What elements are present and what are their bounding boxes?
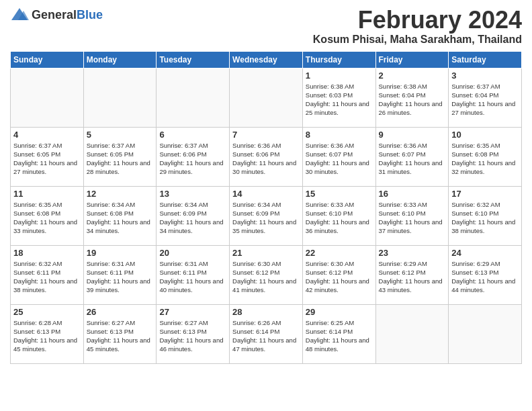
calendar-cell: 17Sunrise: 6:32 AM Sunset: 6:10 PM Dayli… — [449, 186, 522, 245]
calendar-cell: 19Sunrise: 6:31 AM Sunset: 6:11 PM Dayli… — [83, 245, 157, 304]
day-info: Sunrise: 6:37 AM Sunset: 6:06 PM Dayligh… — [159, 141, 226, 177]
calendar-cell: 1Sunrise: 6:38 AM Sunset: 6:03 PM Daylig… — [302, 68, 375, 127]
column-header-friday: Friday — [375, 51, 449, 68]
calendar-cell: 4Sunrise: 6:37 AM Sunset: 6:05 PM Daylig… — [11, 127, 84, 186]
day-info: Sunrise: 6:36 AM Sunset: 6:07 PM Dayligh… — [306, 141, 373, 177]
day-info: Sunrise: 6:34 AM Sunset: 6:08 PM Dayligh… — [87, 200, 154, 236]
page-header: GeneralBlue February 2024 Kosum Phisai, … — [10, 7, 522, 46]
logo: GeneralBlue — [10, 7, 103, 23]
day-number: 16 — [379, 189, 446, 199]
month-title: February 2024 — [313, 7, 522, 34]
day-info: Sunrise: 6:26 AM Sunset: 6:14 PM Dayligh… — [232, 318, 300, 354]
day-info: Sunrise: 6:37 AM Sunset: 6:05 PM Dayligh… — [13, 141, 81, 177]
calendar-cell: 27Sunrise: 6:27 AM Sunset: 6:13 PM Dayli… — [157, 304, 230, 363]
day-number: 12 — [87, 189, 154, 199]
day-info: Sunrise: 6:25 AM Sunset: 6:14 PM Dayligh… — [306, 318, 373, 354]
day-number: 3 — [451, 71, 519, 81]
day-number: 21 — [232, 248, 300, 258]
calendar-cell: 18Sunrise: 6:32 AM Sunset: 6:11 PM Dayli… — [11, 245, 84, 304]
day-number: 5 — [87, 130, 154, 140]
calendar-cell — [157, 68, 230, 127]
calendar-cell: 23Sunrise: 6:29 AM Sunset: 6:12 PM Dayli… — [375, 245, 449, 304]
day-info: Sunrise: 6:31 AM Sunset: 6:11 PM Dayligh… — [159, 259, 226, 295]
day-info: Sunrise: 6:38 AM Sunset: 6:03 PM Dayligh… — [306, 82, 373, 118]
day-number: 8 — [306, 130, 373, 140]
column-header-wednesday: Wednesday — [230, 51, 303, 68]
logo-blue: Blue — [77, 8, 103, 21]
calendar-header-row: SundayMondayTuesdayWednesdayThursdayFrid… — [11, 51, 522, 68]
day-number: 18 — [13, 248, 81, 258]
day-info: Sunrise: 6:30 AM Sunset: 6:12 PM Dayligh… — [306, 259, 373, 295]
day-number: 14 — [232, 189, 300, 199]
day-info: Sunrise: 6:36 AM Sunset: 6:07 PM Dayligh… — [379, 141, 446, 177]
day-info: Sunrise: 6:29 AM Sunset: 6:12 PM Dayligh… — [379, 259, 446, 295]
day-info: Sunrise: 6:33 AM Sunset: 6:10 PM Dayligh… — [306, 200, 373, 236]
calendar-week-row: 18Sunrise: 6:32 AM Sunset: 6:11 PM Dayli… — [11, 245, 522, 304]
day-number: 6 — [159, 130, 226, 140]
day-number: 20 — [159, 248, 226, 258]
day-info: Sunrise: 6:32 AM Sunset: 6:10 PM Dayligh… — [451, 200, 519, 236]
day-info: Sunrise: 6:29 AM Sunset: 6:13 PM Dayligh… — [451, 259, 519, 295]
calendar-cell: 7Sunrise: 6:36 AM Sunset: 6:06 PM Daylig… — [230, 127, 303, 186]
calendar-cell: 3Sunrise: 6:37 AM Sunset: 6:04 PM Daylig… — [449, 68, 522, 127]
column-header-thursday: Thursday — [302, 51, 375, 68]
calendar-cell — [449, 304, 522, 363]
calendar-week-row: 25Sunrise: 6:28 AM Sunset: 6:13 PM Dayli… — [11, 304, 522, 363]
day-number: 4 — [13, 130, 81, 140]
calendar-table: SundayMondayTuesdayWednesdayThursdayFrid… — [10, 51, 522, 364]
day-number: 22 — [306, 248, 373, 258]
day-number: 27 — [159, 307, 226, 317]
day-info: Sunrise: 6:28 AM Sunset: 6:13 PM Dayligh… — [13, 318, 81, 354]
calendar-cell: 24Sunrise: 6:29 AM Sunset: 6:13 PM Dayli… — [449, 245, 522, 304]
calendar-cell: 26Sunrise: 6:27 AM Sunset: 6:13 PM Dayli… — [83, 304, 157, 363]
day-number: 13 — [159, 189, 226, 199]
calendar-cell: 16Sunrise: 6:33 AM Sunset: 6:10 PM Dayli… — [375, 186, 449, 245]
day-number: 29 — [306, 307, 373, 317]
calendar-week-row: 11Sunrise: 6:35 AM Sunset: 6:08 PM Dayli… — [11, 186, 522, 245]
calendar-cell: 15Sunrise: 6:33 AM Sunset: 6:10 PM Dayli… — [302, 186, 375, 245]
calendar-cell: 11Sunrise: 6:35 AM Sunset: 6:08 PM Dayli… — [11, 186, 84, 245]
day-number: 10 — [451, 130, 519, 140]
day-info: Sunrise: 6:34 AM Sunset: 6:09 PM Dayligh… — [232, 200, 300, 236]
calendar-cell: 10Sunrise: 6:35 AM Sunset: 6:08 PM Dayli… — [449, 127, 522, 186]
calendar-cell: 6Sunrise: 6:37 AM Sunset: 6:06 PM Daylig… — [157, 127, 230, 186]
day-info: Sunrise: 6:34 AM Sunset: 6:09 PM Dayligh… — [159, 200, 226, 236]
day-number: 9 — [379, 130, 446, 140]
day-info: Sunrise: 6:30 AM Sunset: 6:12 PM Dayligh… — [232, 259, 300, 295]
day-info: Sunrise: 6:27 AM Sunset: 6:13 PM Dayligh… — [87, 318, 154, 354]
calendar-cell: 22Sunrise: 6:30 AM Sunset: 6:12 PM Dayli… — [302, 245, 375, 304]
day-info: Sunrise: 6:32 AM Sunset: 6:11 PM Dayligh… — [13, 259, 81, 295]
day-info: Sunrise: 6:35 AM Sunset: 6:08 PM Dayligh… — [13, 200, 81, 236]
day-number: 25 — [13, 307, 81, 317]
title-area: February 2024 Kosum Phisai, Maha Sarakha… — [313, 7, 522, 46]
column-header-saturday: Saturday — [449, 51, 522, 68]
day-number: 24 — [451, 248, 519, 258]
day-number: 23 — [379, 248, 446, 258]
calendar-cell — [11, 68, 84, 127]
calendar-cell — [230, 68, 303, 127]
day-info: Sunrise: 6:35 AM Sunset: 6:08 PM Dayligh… — [451, 141, 519, 177]
day-number: 15 — [306, 189, 373, 199]
logo-text: GeneralBlue — [32, 8, 103, 22]
day-number: 17 — [451, 189, 519, 199]
column-header-monday: Monday — [83, 51, 157, 68]
calendar-cell: 29Sunrise: 6:25 AM Sunset: 6:14 PM Dayli… — [302, 304, 375, 363]
logo-icon — [10, 7, 29, 23]
calendar-cell: 9Sunrise: 6:36 AM Sunset: 6:07 PM Daylig… — [375, 127, 449, 186]
calendar-cell: 14Sunrise: 6:34 AM Sunset: 6:09 PM Dayli… — [230, 186, 303, 245]
calendar-week-row: 1Sunrise: 6:38 AM Sunset: 6:03 PM Daylig… — [11, 68, 522, 127]
column-header-tuesday: Tuesday — [157, 51, 230, 68]
day-number: 28 — [232, 307, 300, 317]
day-info: Sunrise: 6:38 AM Sunset: 6:04 PM Dayligh… — [379, 82, 446, 118]
calendar-cell: 20Sunrise: 6:31 AM Sunset: 6:11 PM Dayli… — [157, 245, 230, 304]
day-info: Sunrise: 6:37 AM Sunset: 6:05 PM Dayligh… — [87, 141, 154, 177]
day-info: Sunrise: 6:37 AM Sunset: 6:04 PM Dayligh… — [451, 82, 519, 118]
day-number: 11 — [13, 189, 81, 199]
calendar-cell — [83, 68, 157, 127]
column-header-sunday: Sunday — [11, 51, 84, 68]
day-number: 2 — [379, 71, 446, 81]
location-title: Kosum Phisai, Maha Sarakham, Thailand — [313, 34, 522, 46]
calendar-cell: 21Sunrise: 6:30 AM Sunset: 6:12 PM Dayli… — [230, 245, 303, 304]
calendar-cell: 5Sunrise: 6:37 AM Sunset: 6:05 PM Daylig… — [83, 127, 157, 186]
calendar-cell: 13Sunrise: 6:34 AM Sunset: 6:09 PM Dayli… — [157, 186, 230, 245]
